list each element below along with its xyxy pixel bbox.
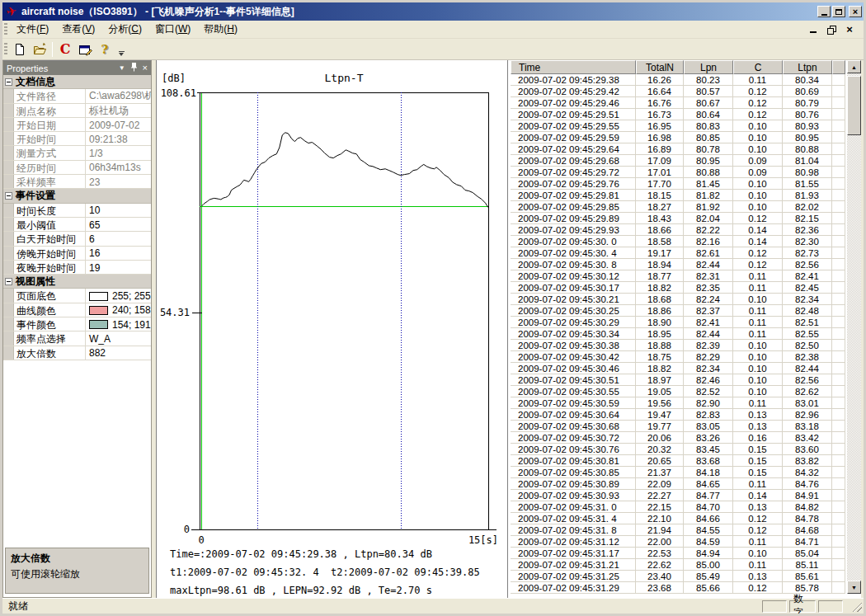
property-row[interactable]: 傍晚开始时间16 [3,247,151,261]
property-row[interactable]: 夜晚开始时间19 [3,261,151,275]
table-row[interactable]: 2009-07-02 09:45:30.2918.9082.410.1182.5… [511,317,845,328]
property-category[interactable]: 事件设置 [3,189,151,203]
mdi-restore-icon[interactable] [826,24,837,35]
toolbar-overflow-button[interactable] [116,40,126,59]
collapse-icon[interactable] [5,192,12,200]
property-row[interactable]: 频率点选择W_A [3,332,151,346]
property-row[interactable]: 文件路径C:\awa6298\机场 [3,89,151,103]
color-swatch[interactable] [89,306,108,315]
open-file-button[interactable] [30,40,49,59]
table-row[interactable]: 2009-07-02 09:45:29.8518.2781.920.1082.0… [511,201,845,213]
property-row[interactable]: 开始日期2009-07-02 [3,118,151,132]
table-row[interactable]: 2009-07-02 09:45:30. 018.5882.160.1482.3… [511,236,845,247]
toolbar-grip[interactable] [4,43,7,56]
properties-panel-header[interactable]: Properties ▼ × [3,61,151,75]
property-row[interactable]: 时间长度10 [3,204,151,218]
analyze-button[interactable]: C [55,40,75,59]
property-value[interactable]: 6 [86,232,151,245]
table-row[interactable]: 2009-07-02 09:45:30.6819.7783.050.1383.1… [511,421,845,432]
property-row[interactable]: 最小阈值65 [3,218,151,232]
table-row[interactable]: 2009-07-02 09:45:29.3816.2680.230.1180.3… [511,74,845,86]
scroll-up-icon[interactable]: ▲ [847,60,861,73]
mdi-minimize-icon[interactable] [807,24,819,35]
help-button[interactable]: ? [95,40,115,59]
property-value[interactable]: 10 [86,204,151,217]
table-row[interactable]: 2009-07-02 09:45:30.7220.0683.260.1683.4… [511,432,845,444]
property-row[interactable]: 曲线颜色240; 158; 158 [3,303,151,317]
table-row[interactable]: 2009-07-02 09:45:30.7620.3283.450.1583.6… [511,444,845,455]
table-row[interactable]: 2009-07-02 09:45:30. 419.1782.610.1282.7… [511,247,845,259]
table-row[interactable]: 2009-07-02 09:45:29.8118.1581.820.1081.9… [511,190,845,201]
property-row[interactable]: 经历时间06h34m13s [3,161,151,175]
table-row[interactable]: 2009-07-02 09:45:30.5919.5682.900.1183.0… [511,397,845,409]
menu-item[interactable]: 查看(V) [55,21,101,36]
table-row[interactable]: 2009-07-02 09:45:29.4616.7680.670.1280.7… [511,97,845,109]
table-row[interactable]: 2009-07-02 09:45:29.5116.7380.640.1280.7… [511,109,845,120]
property-row[interactable]: 放大倍数882 [3,346,151,360]
column-header-lpn[interactable]: Lpn [684,60,733,74]
column-header-totaln[interactable]: TotalN [636,60,684,74]
property-value[interactable]: 882 [86,346,151,360]
table-row[interactable]: 2009-07-02 09:45:30.2118.6882.240.1082.3… [511,294,845,305]
property-row[interactable]: 事件颜色154; 191; 182 [3,317,151,332]
table-row[interactable]: 2009-07-02 09:45:31. 022.1584.700.1384.8… [511,501,845,513]
chart-pane[interactable]: [dB]Ltpn-T108.6154.310015[s] Time=:2009-… [156,60,507,598]
menubar-grip[interactable] [4,23,7,36]
property-value[interactable]: 19 [86,261,151,274]
color-swatch[interactable] [89,292,108,301]
property-value[interactable]: W_A [86,332,151,345]
table-row[interactable]: 2009-07-02 09:45:30.3818.8882.390.1082.5… [511,340,845,351]
scrollbar-thumb[interactable] [847,76,861,135]
property-row[interactable]: 白天开始时间6 [3,232,151,246]
properties-button[interactable] [75,40,95,59]
table-row[interactable]: 2009-07-02 09:45:31. 422.1084.660.1284.7… [511,513,845,524]
column-header-time[interactable]: Time [511,60,636,74]
collapse-icon[interactable] [5,278,12,285]
menu-item[interactable]: 窗口(W) [148,21,197,36]
property-row[interactable]: 页面底色255; 255; 255 [3,289,151,303]
table-row[interactable]: 2009-07-02 09:45:30.5118.9782.460.1082.5… [511,374,845,386]
table-row[interactable]: 2009-07-02 09:45:30.6419.4782.830.1382.9… [511,409,845,421]
table-row[interactable]: 2009-07-02 09:45:30. 818.9482.440.1282.5… [511,259,845,270]
table-row[interactable]: 2009-07-02 09:45:30.4218.7582.290.1082.3… [511,351,845,363]
table-row[interactable]: 2009-07-02 09:45:30.5519.0582.520.1082.6… [511,386,845,397]
table-row[interactable]: 2009-07-02 09:45:29.5916.9880.850.1080.9… [511,132,845,143]
property-row[interactable]: 测点名称栎社机场 [3,104,151,118]
table-row[interactable]: 2009-07-02 09:45:30.1218.7782.310.1182.4… [511,270,845,282]
table-row[interactable]: 2009-07-02 09:45:30.8521.3784.180.1584.3… [511,467,845,478]
property-row[interactable]: 测量方式1/3 [3,146,151,160]
table-row[interactable]: 2009-07-02 09:45:29.6416.8980.780.1080.8… [511,143,845,155]
column-header-ltpn[interactable]: Ltpn [783,60,832,74]
column-header-c[interactable]: C [733,60,783,74]
color-swatch[interactable] [89,320,108,329]
table-row[interactable]: 2009-07-02 09:45:31.2122.6285.000.1185.1… [511,559,845,571]
table-row[interactable]: 2009-07-02 09:45:30.1718.8282.350.1182.4… [511,282,845,294]
table-row[interactable]: 2009-07-02 09:45:29.5516.9580.830.1080.9… [511,120,845,132]
menu-item[interactable]: 分析(C) [101,21,148,36]
scroll-down-icon[interactable]: ▼ [847,581,861,594]
new-document-button[interactable] [10,40,30,59]
property-value[interactable]: 154; 191; 182 [86,317,151,331]
property-value[interactable]: 255; 255; 255 [86,289,151,302]
resize-grip[interactable] [851,601,862,612]
table-row[interactable]: 2009-07-02 09:45:30.2518.8682.370.1182.4… [511,305,845,317]
collapse-icon[interactable] [5,78,12,86]
table-row[interactable]: 2009-07-02 09:45:31.2523.4085.490.1385.6… [511,571,845,582]
minimize-button[interactable] [817,6,831,17]
menu-item[interactable]: 文件(F) [10,21,55,36]
panel-menu-icon[interactable]: ▼ [119,65,125,72]
table-row[interactable]: 2009-07-02 09:45:30.4618.8282.340.1082.4… [511,363,845,374]
property-row[interactable]: 采样频率23 [3,175,151,189]
table-scrollbar[interactable]: ▲ ▼ [847,60,861,594]
table-row[interactable]: 2009-07-02 09:45:31.1722.5384.940.1085.0… [511,548,845,559]
table-row[interactable]: 2009-07-02 09:45:31.1222.0084.590.1184.7… [511,536,845,548]
table-row[interactable]: 2009-07-02 09:45:30.9322.2784.770.1484.9… [511,490,845,501]
property-category[interactable]: 视图属性 [3,275,151,289]
table-row[interactable]: 2009-07-02 09:45:29.9318.6682.220.1482.3… [511,224,845,236]
property-value[interactable]: 240; 158; 158 [86,303,151,317]
table-row[interactable]: 2009-07-02 09:45:30.3418.9582.440.1182.5… [511,328,845,340]
table-row[interactable]: 2009-07-02 09:45:29.7217.0180.880.0980.9… [511,167,845,178]
menu-item[interactable]: 帮助(H) [197,21,244,36]
table-row[interactable]: 2009-07-02 09:45:29.6817.0980.950.0981.0… [511,155,845,167]
table-row[interactable]: 2009-07-02 09:45:30.8922.0984.650.1184.7… [511,478,845,490]
